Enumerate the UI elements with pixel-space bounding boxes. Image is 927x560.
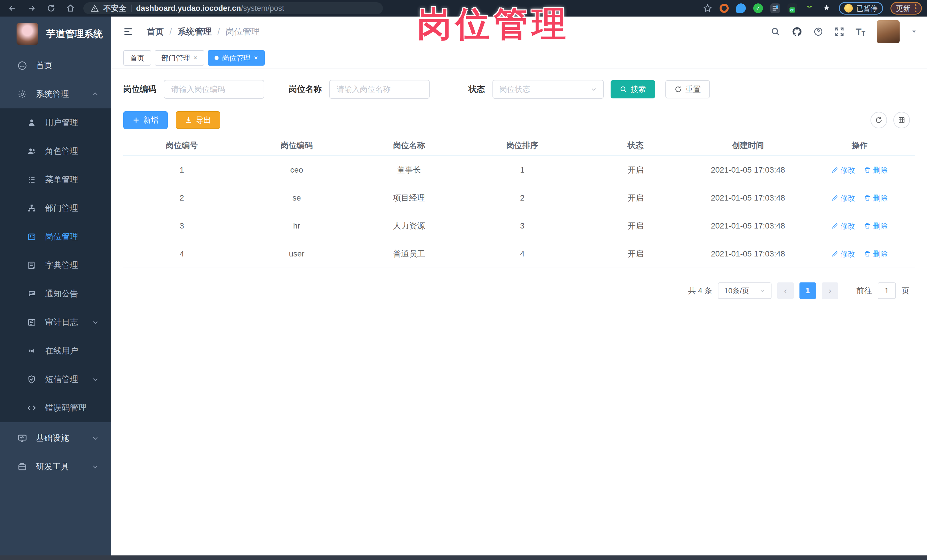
breadcrumb-system[interactable]: 系统管理 [178, 26, 212, 38]
home-icon[interactable] [66, 4, 75, 12]
export-button[interactable]: 导出 [176, 111, 220, 129]
extension-grid-icon[interactable] [770, 3, 780, 13]
cell-post-code: hr [240, 222, 353, 231]
extension-cn-icon[interactable]: cn [787, 3, 797, 13]
edit-link-label: 修改 [840, 165, 856, 175]
extension-puzzle-icon[interactable] [822, 3, 831, 13]
error-code-icon [27, 404, 36, 412]
sidebar-item-online-users[interactable]: 在线用户 [0, 337, 111, 365]
cell-post-name: 董事长 [353, 165, 465, 175]
reset-button[interactable]: 重置 [666, 80, 710, 99]
delete-link[interactable]: 删除 [864, 249, 888, 259]
tab-close-icon[interactable]: × [254, 54, 258, 62]
sidebar-item-posts[interactable]: 岗位管理 [0, 223, 111, 251]
refresh-table-button[interactable] [871, 112, 887, 128]
caret-down-icon[interactable] [911, 29, 917, 35]
post-code-input[interactable] [164, 80, 264, 99]
next-page-button[interactable]: › [822, 282, 838, 299]
reload-icon[interactable] [47, 4, 55, 12]
sidebar-item-label: 短信管理 [45, 374, 78, 385]
page-size-select[interactable]: 10条/页 [718, 282, 772, 299]
delete-link[interactable]: 删除 [864, 193, 888, 203]
sidebar-item-dictionary[interactable]: 字典管理 [0, 251, 111, 279]
back-icon[interactable] [8, 4, 17, 12]
extension-leaf-icon[interactable] [805, 3, 814, 13]
cell-post-id: 1 [123, 165, 240, 175]
sidebar-item-notices[interactable]: 通知公告 [0, 279, 111, 308]
tab-departments[interactable]: 部门管理 × [155, 50, 204, 65]
tab-posts[interactable]: 岗位管理 × [208, 50, 265, 65]
sidebar-collapse-icon[interactable] [123, 27, 134, 36]
address-bar[interactable]: 不安全 dashboard.yudao.iocoder.cn/system/po… [83, 2, 383, 14]
chevron-down-icon [92, 319, 99, 326]
breadcrumb-home[interactable]: 首页 [147, 26, 164, 38]
cell-post-status: 开启 [579, 249, 691, 260]
delete-link[interactable]: 删除 [864, 165, 888, 175]
delete-link[interactable]: 删除 [864, 221, 888, 231]
tab-close-icon[interactable]: × [193, 54, 198, 62]
extension-blue-drop-icon[interactable] [736, 3, 746, 13]
cell-post-name: 人力资源 [353, 220, 465, 231]
audit-log-icon [27, 318, 36, 327]
chevron-down-icon [92, 463, 99, 470]
fullscreen-icon[interactable] [834, 27, 844, 36]
refresh-icon [675, 86, 682, 93]
sidebar-item-sms[interactable]: 短信管理 [0, 365, 111, 394]
goto-page-suffix: 页 [902, 285, 909, 296]
sidebar-item-departments[interactable]: 部门管理 [0, 194, 111, 223]
font-size-icon[interactable]: TT [856, 26, 865, 37]
sidebar-item-system[interactable]: 系统管理 [0, 80, 111, 108]
search-icon[interactable] [770, 27, 780, 36]
extension-green-check-icon[interactable]: ✓ [753, 3, 763, 13]
status-select[interactable]: 岗位状态 [492, 80, 604, 99]
security-label: 不安全 [103, 3, 126, 14]
sidebar-item-label: 角色管理 [45, 146, 78, 157]
chevron-down-icon [92, 435, 99, 442]
extension-orange-ring-icon[interactable] [720, 4, 729, 13]
bookmark-star-icon[interactable] [703, 4, 712, 13]
prev-page-button[interactable]: ‹ [777, 282, 794, 299]
add-button[interactable]: 新增 [123, 111, 168, 129]
edit-link[interactable]: 修改 [831, 165, 856, 175]
profile-paused-badge[interactable]: 已暂停 [839, 2, 883, 15]
search-button[interactable]: 搜索 [611, 80, 655, 99]
sidebar-item-users[interactable]: 用户管理 [0, 108, 111, 137]
table-toolbar: 新增 导出 [123, 111, 910, 129]
user-avatar[interactable] [877, 20, 900, 43]
omnibox-divider [131, 5, 132, 12]
github-icon[interactable] [792, 27, 802, 37]
column-header: 创建时间 [691, 140, 804, 151]
edit-pencil-icon [831, 223, 838, 229]
post-name-input[interactable] [329, 80, 430, 99]
browser-menu-kebab-icon[interactable] [915, 4, 916, 12]
sidebar-item-infrastructure[interactable]: 基础设施 [0, 424, 111, 452]
sidebar-item-menus[interactable]: 菜单管理 [0, 165, 111, 194]
tab-home[interactable]: 首页 [123, 50, 151, 65]
sidebar: 芋道管理系统 首页 系统管理 用户管理 角色管理 菜单管理 部门管理 岗位管理 [0, 17, 111, 560]
column-header: 岗位编码 [240, 140, 353, 151]
sidebar-item-audit-log[interactable]: 审计日志 [0, 308, 111, 337]
sidebar-item-dev-tools[interactable]: 研发工具 [0, 452, 111, 481]
column-settings-button[interactable] [894, 112, 910, 128]
status-select-placeholder: 岗位状态 [499, 84, 530, 94]
sidebar-item-roles[interactable]: 角色管理 [0, 137, 111, 165]
goto-page-input[interactable] [878, 282, 896, 299]
edit-link[interactable]: 修改 [831, 193, 856, 203]
roles-icon [27, 147, 36, 155]
edit-link[interactable]: 修改 [831, 221, 856, 231]
sidebar-item-error-codes[interactable]: 错误码管理 [0, 394, 111, 422]
forward-icon[interactable] [27, 4, 36, 12]
breadcrumb: 首页 / 系统管理 / 岗位管理 [147, 26, 260, 38]
cell-created-time: 2021-01-05 17:03:48 [691, 222, 804, 231]
help-icon[interactable] [813, 27, 823, 36]
table-row: 2 se 项目经理 2 开启 2021-01-05 17:03:48 修改 删除 [123, 184, 915, 212]
edit-link[interactable]: 修改 [831, 249, 856, 259]
browser-update-button[interactable]: 更新 [891, 2, 922, 15]
cell-post-sort: 2 [465, 193, 579, 203]
sidebar-item-label: 通知公告 [45, 288, 78, 299]
url-host: dashboard.yudao.iocoder.cn [136, 4, 241, 12]
current-page-button[interactable]: 1 [799, 282, 816, 299]
filter-form: 岗位编码 岗位名称 状态 岗位状态 搜索 重置 [123, 80, 915, 99]
sidebar-item-home[interactable]: 首页 [0, 52, 111, 80]
reset-button-label: 重置 [685, 84, 701, 94]
